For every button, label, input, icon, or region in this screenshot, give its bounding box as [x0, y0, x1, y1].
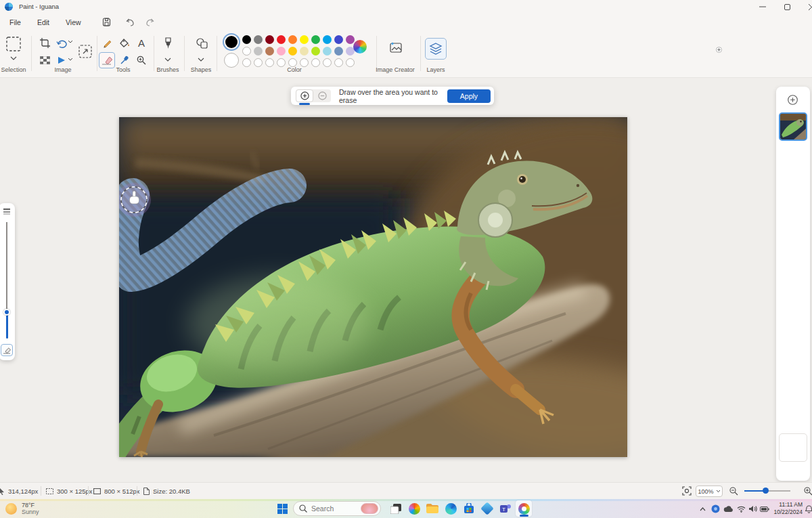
edge-button[interactable] [443, 500, 459, 517]
resize-button[interactable] [76, 43, 94, 60]
tray-expand-button[interactable] [698, 504, 708, 514]
color-swatch-empty[interactable] [334, 58, 343, 67]
maximize-button[interactable] [777, 0, 797, 14]
color-swatch-ffffff[interactable] [242, 47, 251, 56]
secondary-color-well[interactable] [224, 53, 239, 68]
selection-dropdown-chevron[interactable] [10, 56, 17, 60]
magnifier-tool-button[interactable] [134, 53, 149, 68]
color-swatch-22b14c[interactable] [311, 35, 320, 44]
start-button[interactable] [274, 500, 290, 517]
canvas-size-icon [93, 488, 101, 494]
task-view-button[interactable] [388, 500, 404, 517]
color-swatch-b97a57[interactable] [265, 47, 274, 56]
volume-button[interactable] [748, 504, 758, 514]
zoom-slider-thumb[interactable] [763, 488, 769, 494]
color-swatch-99d9ea[interactable] [323, 47, 332, 56]
flip-dropdown-chevron[interactable] [68, 58, 73, 61]
color-swatch-c3c3c3[interactable] [254, 47, 263, 56]
transparent-selection-button[interactable] [37, 53, 52, 68]
zoom-slider-track[interactable] [744, 490, 790, 492]
color-swatch-empty[interactable] [346, 58, 355, 67]
image-creator-button[interactable] [387, 39, 405, 56]
close-button[interactable] [801, 0, 812, 14]
minimize-button[interactable] [752, 0, 773, 14]
canvas-image[interactable] [119, 117, 627, 457]
add-area-toggle[interactable] [296, 89, 313, 102]
store-button[interactable] [461, 500, 477, 517]
color-swatch-000000[interactable] [242, 35, 251, 44]
tray-app-button[interactable] [710, 504, 721, 514]
crop-button[interactable] [37, 35, 52, 50]
color-swatch-ed1c24[interactable] [277, 35, 286, 44]
zoom-in-button[interactable] [804, 483, 812, 499]
fill-tool-button[interactable] [117, 35, 132, 50]
eraser-size-tool-button[interactable] [1, 344, 13, 356]
rotate-dropdown-chevron[interactable] [68, 40, 73, 43]
brushes-button[interactable] [160, 36, 175, 51]
taskbar-clock[interactable]: 11:11 AM 10/22/2024 [769, 501, 803, 516]
layer-thumbnail-selected[interactable] [779, 112, 807, 141]
copilot-button[interactable] [406, 500, 422, 517]
close-icon [809, 4, 812, 10]
file-explorer-button[interactable] [424, 500, 441, 517]
color-swatch-fff200[interactable] [300, 35, 309, 44]
apply-button[interactable]: Apply [447, 89, 491, 103]
taskbar-search[interactable] [293, 501, 381, 516]
color-swatch-00a2e8[interactable] [323, 35, 332, 44]
brushes-dropdown-chevron[interactable] [164, 58, 171, 62]
fit-to-screen-button[interactable] [682, 483, 692, 499]
rotate-button[interactable] [54, 35, 69, 50]
primary-color-well[interactable] [223, 33, 240, 51]
layers-button[interactable] [425, 38, 447, 60]
battery-button[interactable] [759, 504, 769, 514]
color-swatch-880015[interactable] [265, 35, 274, 44]
eyedropper-tool-button[interactable] [117, 53, 132, 68]
notifications-button[interactable] [804, 504, 812, 514]
paint-canvas[interactable] [119, 117, 627, 457]
color-swatch-ffaec9[interactable] [277, 47, 286, 56]
color-swatch-7f7f7f[interactable] [254, 35, 263, 44]
text-tool-button[interactable]: A [134, 35, 149, 50]
size-slider-thumb[interactable] [3, 309, 10, 316]
zoom-out-button[interactable] [729, 483, 738, 499]
background-layer-thumbnail[interactable] [779, 433, 807, 462]
shapes-dropdown-chevron[interactable] [198, 58, 204, 62]
add-layer-button[interactable] [785, 92, 800, 107]
pencil-tool-button[interactable] [99, 35, 114, 50]
dev-home-button[interactable] [479, 500, 495, 517]
color-swatch-7092be[interactable] [334, 47, 343, 56]
zoom-level-dropdown[interactable]: 100% [696, 485, 723, 497]
search-input[interactable] [311, 504, 359, 513]
crop-icon [40, 38, 50, 48]
divider [41, 486, 41, 496]
teams-button[interactable]: T [497, 500, 514, 517]
color-swatch-ffc90e[interactable] [288, 47, 297, 56]
clock-time: 11:11 AM [769, 501, 803, 509]
weather-widget[interactable]: 78°F Sunny [5, 502, 39, 515]
subtract-area-toggle[interactable] [313, 89, 331, 102]
undo-button[interactable] [122, 16, 138, 28]
paint-app-button[interactable] [516, 500, 532, 517]
onedrive-button[interactable] [723, 504, 734, 514]
edit-colors-button[interactable] [353, 40, 368, 55]
menu-edit[interactable]: Edit [29, 16, 58, 28]
color-swatch-b5e61d[interactable] [311, 47, 320, 56]
color-swatch-ff7f27[interactable] [288, 35, 297, 44]
color-swatch-3f48cc[interactable] [334, 35, 343, 44]
flip-button[interactable] [54, 53, 69, 68]
menu-file[interactable]: File [1, 16, 29, 28]
color-swatch-efe4b0[interactable] [300, 47, 309, 56]
selection-tool-button[interactable] [5, 36, 22, 52]
shapes-button[interactable] [194, 36, 209, 51]
circle-minus-icon [318, 91, 327, 100]
size-slider-track[interactable] [6, 222, 7, 311]
layer-thumbnail-image [780, 114, 806, 139]
save-icon [102, 18, 111, 26]
search-highlight-image[interactable] [361, 503, 378, 514]
menu-view[interactable]: View [58, 16, 89, 28]
wifi-button[interactable] [736, 504, 746, 514]
color-swatch-empty[interactable] [254, 58, 263, 67]
redo-button[interactable] [142, 16, 158, 28]
save-button[interactable] [99, 16, 115, 28]
color-swatch-empty[interactable] [242, 58, 251, 67]
